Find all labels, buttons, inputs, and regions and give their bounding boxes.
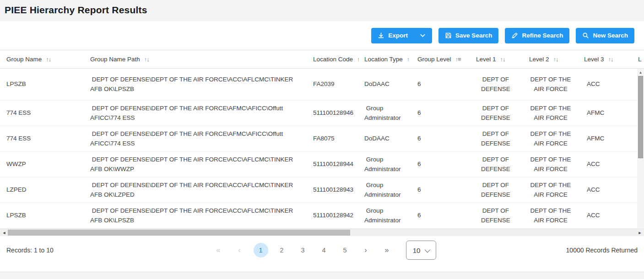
cell-level-2: DEPT OF THE AIR FORCE <box>523 181 579 199</box>
save-search-button[interactable]: Save Search <box>438 28 498 43</box>
column-header-level-1[interactable]: Level 1 ↑↓ <box>469 50 523 68</box>
cell-level-1: DEPT OF DEFENSE <box>469 206 523 225</box>
table-row: LZPED DEPT OF DEFENSE\DEPT OF THE AIR FO… <box>0 177 644 203</box>
prev-page-button[interactable]: ‹ <box>229 246 250 254</box>
cell-group-name: LPSZB <box>0 80 89 89</box>
page-title: PIEE Hierarchy Report Results <box>5 5 639 16</box>
records-returned-label: 10000 Records Returned <box>436 247 638 254</box>
page-button-2[interactable]: 2 <box>275 243 289 258</box>
sort-icon[interactable]: ↑↓ <box>144 56 149 63</box>
vertical-scrollbar-thumb[interactable] <box>638 76 643 158</box>
cell-level-2: DEPT OF THE AIR FORCE <box>523 104 579 123</box>
column-header-level-3[interactable]: Level 3 ↑↓ <box>579 50 633 68</box>
table-row: 774 ESS DEPT OF DEFENSE\DEPT OF THE AIR … <box>0 101 644 126</box>
cell-group-level: 6 <box>412 80 469 89</box>
scroll-up-arrow-icon[interactable]: ▲ <box>637 70 644 76</box>
cell-level-1: DEPT OF DEFENSE <box>469 104 523 123</box>
cell-level-3: ACC <box>579 185 633 194</box>
results-panel: Export Save Search Refine Search <box>0 21 644 272</box>
page-button-5[interactable]: 5 <box>338 243 352 258</box>
column-header-group-name-path[interactable]: Group Name Path ↑↓ <box>89 50 308 68</box>
cell-group-name-path: DEPT OF DEFENSE\DEPT OF THE AIR FORCE\AC… <box>89 155 308 174</box>
column-header-level-4-clipped[interactable]: L <box>633 50 644 68</box>
page-header: PIEE Hierarchy Report Results <box>0 0 644 21</box>
last-page-button[interactable]: » <box>377 246 398 254</box>
sort-icon[interactable]: ↑↓ <box>46 56 51 63</box>
table-header-row: Group Name ↑↓ Group Name Path ↑↓ Locatio… <box>0 50 644 69</box>
page-button-4[interactable]: 4 <box>317 243 331 258</box>
cell-group-name: 774 ESS <box>0 108 89 118</box>
cell-location-code: FA2039 <box>308 80 359 89</box>
cell-group-name-path: DEPT OF DEFENSE\DEPT OF THE AIR FORCE\AF… <box>89 104 308 123</box>
page-size-value: 10 <box>413 247 421 254</box>
table-row: LPSZB DEPT OF DEFENSE\DEPT OF THE AIR FO… <box>0 69 644 101</box>
sort-icon[interactable]: ↑ <box>407 56 410 63</box>
column-header-group-name[interactable]: Group Name ↑↓ <box>0 50 89 68</box>
sort-icon[interactable]: ↑↓ <box>500 56 505 63</box>
table-body: LPSZB DEPT OF DEFENSE\DEPT OF THE AIR FO… <box>0 69 644 229</box>
download-icon <box>378 32 384 39</box>
cell-level-2: DEPT OF THE AIR FORCE <box>523 155 579 174</box>
pencil-icon <box>511 32 518 39</box>
cell-location-code: 511100128943 <box>308 185 359 194</box>
column-header-level-2[interactable]: Level 2 ↑↓ <box>523 50 579 68</box>
pagination-pages: 12345 <box>250 243 356 258</box>
cell-location-code: 511100128942 <box>308 211 359 220</box>
cell-group-level: 6 <box>412 211 469 220</box>
chevron-down-icon[interactable] <box>420 32 426 38</box>
column-header-group-level[interactable]: Group Level ↑≡ <box>412 50 469 68</box>
export-button-label: Export <box>388 32 408 39</box>
column-header-location-type[interactable]: Location Type ↑ <box>359 50 412 68</box>
table-row: WWZP DEPT OF DEFENSE\DEPT OF THE AIR FOR… <box>0 152 644 177</box>
results-table: Group Name ↑↓ Group Name Path ↑↓ Locatio… <box>0 50 644 229</box>
cell-group-name: LZPED <box>0 185 89 194</box>
cell-level-1: DEPT OF DEFENSE <box>469 155 523 174</box>
table-footer: Records: 1 to 10 « ‹ 12345 › » 10 10000 … <box>0 236 644 264</box>
page-button-3[interactable]: 3 <box>296 243 310 258</box>
cell-level-3: AFMC <box>579 134 633 143</box>
cell-group-name-path: DEPT OF DEFENSE\DEPT OF THE AIR FORCE\AC… <box>89 75 308 94</box>
refine-search-button[interactable]: Refine Search <box>505 28 569 43</box>
cell-level-2: DEPT OF THE AIR FORCE <box>523 129 579 148</box>
scroll-right-arrow-icon[interactable]: ► <box>637 229 643 236</box>
cell-group-name: LPSZB <box>0 211 89 220</box>
refine-search-button-label: Refine Search <box>522 32 563 39</box>
cell-location-type: DoDAAC <box>359 134 412 143</box>
cell-location-type: Group Administrator <box>359 206 412 225</box>
sort-icon[interactable]: ↑≡ <box>455 56 461 63</box>
cell-level-3: ACC <box>579 160 633 169</box>
cell-group-name-path: DEPT OF DEFENSE\DEPT OF THE AIR FORCE\AC… <box>89 206 308 225</box>
cell-level-3: ACC <box>579 211 633 220</box>
horizontal-scrollbar[interactable]: ◄ ► <box>0 229 644 236</box>
cell-group-name: 774 ESS <box>0 134 89 143</box>
first-page-button[interactable]: « <box>208 246 229 254</box>
sort-icon[interactable]: ↑↓ <box>553 56 558 63</box>
cell-group-name-path: DEPT OF DEFENSE\DEPT OF THE AIR FORCE\AC… <box>89 181 308 199</box>
next-page-button[interactable]: › <box>356 246 377 254</box>
vertical-scrollbar[interactable]: ▲ ▼ <box>637 69 644 236</box>
column-header-location-code[interactable]: Location Code ↑ <box>308 50 359 68</box>
page-button-1[interactable]: 1 <box>254 243 268 258</box>
records-range-label: Records: 1 to 10 <box>6 247 208 254</box>
chevron-down-icon <box>425 247 431 252</box>
cell-location-type: Group Administrator <box>359 155 412 174</box>
cell-group-level: 6 <box>412 185 469 194</box>
search-icon <box>582 32 589 39</box>
cell-level-3: ACC <box>579 80 633 89</box>
save-search-button-label: Save Search <box>455 32 492 39</box>
new-search-button[interactable]: New Search <box>576 28 634 43</box>
page-size-select[interactable]: 10 <box>406 241 436 260</box>
horizontal-scrollbar-thumb[interactable] <box>8 230 350 236</box>
cell-location-code: FA8075 <box>308 134 359 143</box>
cell-level-1: DEPT OF DEFENSE <box>469 129 523 148</box>
cell-location-type: Group Administrator <box>359 181 412 199</box>
cell-group-level: 6 <box>412 160 469 169</box>
cell-level-1: DEPT OF DEFENSE <box>469 75 523 94</box>
toolbar: Export Save Search Refine Search <box>0 21 644 50</box>
cell-level-2: DEPT OF THE AIR FORCE <box>523 206 579 225</box>
table-row: LPSZB DEPT OF DEFENSE\DEPT OF THE AIR FO… <box>0 203 644 229</box>
cell-level-2: DEPT OF THE AIR FORCE <box>523 75 579 94</box>
export-button[interactable]: Export <box>371 28 432 43</box>
sort-icon[interactable]: ↑↓ <box>608 56 613 63</box>
scroll-left-arrow-icon[interactable]: ◄ <box>1 229 7 236</box>
